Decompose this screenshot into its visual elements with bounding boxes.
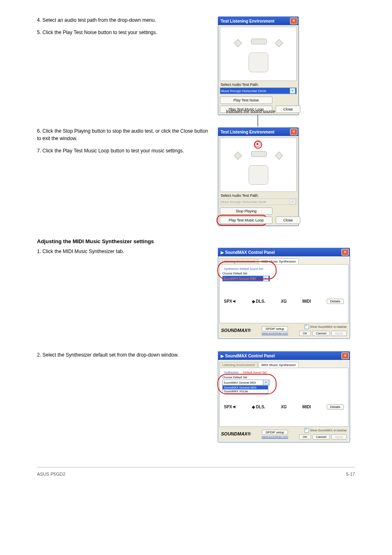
instruction-step-7: 7. Click the Play Test Music Loop button… [37, 147, 210, 154]
spx-logo: SPX [224, 299, 236, 304]
tab-listening-environment[interactable]: Listening Environment [219, 362, 258, 368]
close-button[interactable]: Close [276, 216, 300, 224]
close-icon[interactable]: × [341, 352, 349, 359]
spdif-setup-button[interactable]: SPDIF setup [262, 326, 288, 332]
instruction-step-5: 5. Click the Play Test Noise button to t… [37, 29, 210, 36]
dls-logo: ◆DLS. [252, 299, 265, 304]
play-test-music-button[interactable]: Play Test Music Loop [220, 216, 272, 224]
close-icon[interactable]: × [341, 249, 349, 256]
taskbar-checkbox-label: Show SoundMAX on taskbar [310, 429, 347, 432]
highlight-oval [217, 261, 277, 279]
taskbar-checkbox-row[interactable]: Show SoundMAX on taskbar [304, 428, 347, 433]
soundmax-logo: SOUNDMAX® [221, 431, 251, 436]
checkbox-icon[interactable] [304, 428, 309, 433]
midi-logo: MIDI [302, 405, 311, 409]
select-path-label: Select Audio Test Path: [220, 81, 297, 88]
apply-button-disabled: Apply [331, 331, 347, 336]
cancel-button[interactable]: Cancel [312, 331, 330, 336]
checkbox-icon[interactable] [304, 325, 309, 329]
close-icon[interactable]: × [290, 129, 297, 135]
ok-button[interactable]: OK [299, 331, 311, 336]
dls-logo: ◆DLS. [252, 405, 265, 409]
dropdown-value: Move through Horizontal Circle [221, 200, 266, 204]
details-button[interactable]: Details [327, 404, 344, 410]
chevron-down-icon: ▾ [290, 199, 295, 205]
dropdown-value: Move through Horizontal Circle [221, 89, 266, 93]
midi-synth-heading: Adjusting the MIDI Music Synthesizer set… [37, 238, 355, 244]
details-button[interactable]: Details [327, 299, 344, 304]
footer-page-number: 5-17 [346, 472, 355, 477]
xg-logo: XG [281, 405, 286, 409]
footer-divider [37, 467, 355, 467]
stop-playing-button[interactable]: Stop Playing [220, 207, 272, 215]
cp-titlebar[interactable]: ▶ SoundMAX Control Panel × [218, 248, 350, 256]
dialog-titlebar[interactable]: Test Listening Environment × [218, 128, 298, 136]
audio-path-dropdown[interactable]: Move through Horizontal Circle ▾ [220, 88, 297, 94]
cp-title: ▶ SoundMAX Control Panel [221, 354, 275, 358]
taskbar-checkbox-label: Show SoundMAX on taskbar [310, 325, 347, 328]
annotation-pointer [258, 115, 258, 127]
soundmax-logo: SOUNDMAX® [221, 328, 251, 333]
soundmax-control-panel-1: ▶ SoundMAX Control Panel × Listening Env… [218, 248, 350, 339]
instruction-step-4: 4. Select an audio test path from the dr… [37, 16, 210, 24]
speaker-layout-visual [220, 27, 297, 81]
midi-logo: MIDI [302, 299, 311, 304]
soundmax-control-panel-2: ▶ SoundMAX Control Panel × Listening Env… [218, 351, 350, 442]
highlight-oval [217, 374, 277, 394]
cp-title: ▶ SoundMAX Control Panel [221, 250, 275, 255]
select-path-label: Select Audio Test Path: [220, 192, 297, 198]
cp-titlebar[interactable]: ▶ SoundMAX Control Panel × [218, 352, 350, 360]
cp-title-text: SoundMAX Control Panel [225, 250, 275, 255]
test-listening-dialog-1: Test Listening Environment × Select Audi… [218, 16, 299, 115]
cp-title-text: SoundMAX Control Panel [225, 354, 275, 358]
speaker-layout-visual [220, 138, 297, 192]
spx-logo: SPX [224, 405, 236, 409]
dialog-title: Test Listening Environment [221, 130, 274, 134]
instruction-step-6: 6. Click the Stop Playing button to stop… [37, 127, 210, 142]
cancel-button[interactable]: Cancel [312, 434, 330, 440]
xg-logo: XG [281, 299, 286, 304]
close-button[interactable]: Close [276, 106, 300, 113]
footer-left: ASUS P5GD2 [37, 472, 65, 477]
play-test-noise-button[interactable]: Play Test Noise [220, 97, 272, 104]
ok-button[interactable]: OK [299, 434, 311, 440]
close-icon[interactable]: × [290, 18, 297, 24]
instruction-midi-step-1: 1. Click the MIDI Music Synthesizer tab. [37, 248, 210, 255]
soundmax-url-link[interactable]: www.soundmax.com [262, 435, 288, 438]
taskbar-checkbox-row[interactable]: Show SoundMAX on taskbar [304, 325, 347, 329]
dialog-titlebar[interactable]: Test Listening Environment × [218, 17, 298, 25]
soundmax-url-link[interactable]: www.soundmax.com [262, 332, 288, 335]
chevron-down-icon[interactable]: ▾ [290, 88, 295, 94]
test-listening-dialog-2: Test Listening Environment × [218, 127, 299, 226]
apply-button-disabled: Apply [331, 434, 347, 440]
audio-path-dropdown-disabled: Move through Horizontal Circle ▾ [220, 198, 297, 205]
tab-midi-synthesizer[interactable]: MIDI Music Synthesizer [258, 362, 299, 368]
instruction-midi-step-2: 2. Select the Synthesizer default set fr… [37, 351, 210, 359]
dialog-title: Test Listening Environment [221, 19, 274, 23]
spdif-setup-button[interactable]: SPDIF setup [262, 430, 288, 435]
annotation-label: Indicates the sound source [226, 109, 275, 114]
